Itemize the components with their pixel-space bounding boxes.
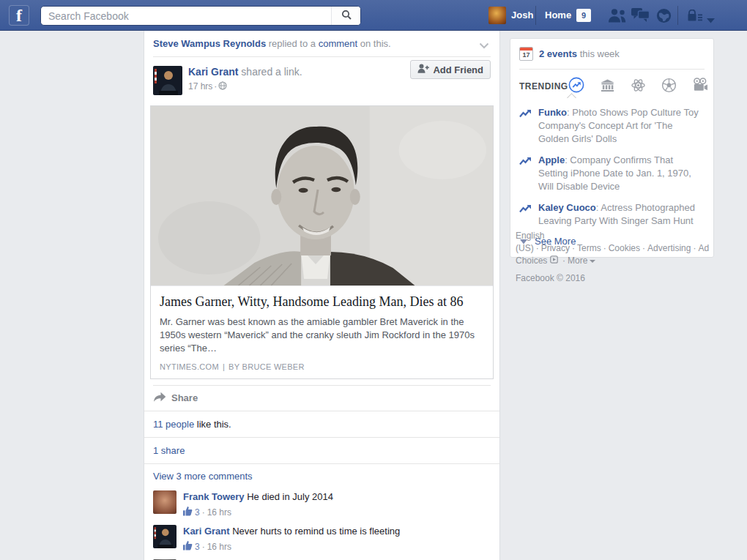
search-bar (40, 6, 361, 26)
home-link[interactable]: Home (545, 10, 571, 20)
trending-title: TRENDING (519, 81, 568, 92)
trending-arrow-icon (519, 154, 532, 193)
link-attachment[interactable]: James Garner, Witty, Handsome Leading Ma… (150, 105, 494, 379)
footer-link-more[interactable]: More (568, 255, 587, 266)
trending-arrow-icon (519, 106, 532, 146)
comment-avatar[interactable] (153, 525, 176, 548)
footer-separator: · (693, 243, 696, 253)
trending-topic-link[interactable]: Apple (538, 154, 565, 165)
add-friend-button[interactable]: Add Friend (410, 60, 491, 79)
events-rest: this week (577, 48, 620, 59)
privacy-shortcuts-icon[interactable] (687, 10, 702, 24)
trending-topic-link[interactable]: Kaley Cuoco (538, 202, 596, 213)
comment-like-count[interactable]: 3 (195, 541, 200, 553)
share-label: Share (171, 392, 198, 403)
comment-text: He died in July 2014 (247, 491, 333, 502)
article-source: NYTIMES.COM|BY BRUCE WEBER (160, 362, 484, 371)
profile-name-link[interactable]: Josh (511, 10, 533, 20)
meta-dot: · (202, 507, 205, 519)
trending-list: Funko: Photo Shows Pop Culture Toy Compa… (519, 106, 705, 228)
source-byline: BY BRUCE WEBER (228, 362, 305, 371)
calendar-icon: 17 (519, 47, 533, 61)
source-domain: NYTIMES.COM (160, 362, 219, 371)
comment-author-link[interactable]: Kari Grant (183, 526, 230, 537)
comment-timestamp[interactable]: 16 hrs (207, 541, 231, 553)
events-row: 17 2 events this week (519, 47, 705, 61)
comment-text: Never hurts to remind us time is fleetin… (232, 526, 400, 537)
post-action-text: shared a link. (238, 66, 302, 78)
like-thumb-icon[interactable] (183, 541, 193, 554)
footer-link-cookies[interactable]: Cookies (609, 243, 640, 253)
ad-choices-icon (550, 255, 560, 266)
likes-row: 11 people like this. (144, 411, 499, 437)
navbar-divider (535, 6, 536, 25)
account-menu-caret-icon[interactable] (707, 13, 715, 26)
top-navbar: f Josh Home 9 (0, 0, 747, 31)
trending-arrow-icon (519, 201, 532, 228)
likes-link[interactable]: 11 people (153, 419, 194, 430)
footer-link-terms[interactable]: Terms (577, 243, 601, 253)
share-button[interactable]: Share (153, 385, 491, 411)
story-comment-link[interactable]: comment (319, 38, 357, 49)
story-options-chevron-icon[interactable] (479, 40, 489, 51)
facebook-logo-icon[interactable]: f (9, 5, 29, 26)
page-footer: English (US)·Privacy·Terms·Cookies·Adver… (516, 230, 717, 285)
messages-icon[interactable] (631, 8, 650, 26)
comment-avatar[interactable] (153, 490, 176, 514)
timestamp-separator: · (214, 81, 217, 92)
friend-requests-icon[interactable] (608, 8, 627, 26)
footer-link-advertising[interactable]: Advertising (647, 243, 691, 253)
shares-row: 1 share (144, 437, 499, 463)
trending-category-politics-icon[interactable] (600, 78, 615, 96)
post-timestamp[interactable]: 17 hrs (188, 81, 212, 92)
footer-link-language[interactable]: English (US) (516, 231, 544, 253)
feed-column: Steve Wampus Reynolds replied to a comme… (144, 31, 500, 560)
right-sidebar-card: 17 2 events this week TRENDING (510, 38, 714, 258)
like-thumb-icon[interactable] (183, 507, 193, 520)
notifications-globe-icon[interactable] (656, 8, 672, 26)
article-photo (151, 106, 493, 285)
copyright-text: Facebook © 2016 (516, 272, 717, 285)
comment-like-count[interactable]: 3 (195, 507, 200, 519)
meta-dot: · (202, 541, 205, 553)
trending-topic-link[interactable]: Funko (538, 107, 567, 118)
footer-link-privacy[interactable]: Privacy (541, 243, 570, 253)
post-author-avatar[interactable] (153, 66, 182, 95)
add-friend-icon (417, 64, 429, 75)
trending-category-entertainment-icon[interactable] (692, 78, 708, 96)
trending-item[interactable]: Apple: Company Confirms That Setting iPh… (519, 154, 705, 193)
share-icon (153, 392, 166, 404)
comments-list: Frank Towery He died in July 2014 3 · 16… (144, 486, 499, 560)
source-separator: | (223, 362, 225, 371)
search-input[interactable] (41, 10, 331, 22)
search-button[interactable] (331, 6, 360, 26)
calendar-date: 17 (520, 51, 532, 60)
footer-links: English (US)·Privacy·Terms·Cookies·Adver… (516, 230, 717, 267)
comment-author-link[interactable]: Frank Towery (183, 491, 245, 502)
footer-separator: · (642, 243, 645, 253)
footer-separator: · (603, 243, 606, 253)
search-icon (341, 10, 352, 23)
trending-category-sports-icon[interactable] (661, 78, 677, 96)
post-author-link[interactable]: Kari Grant (188, 66, 238, 78)
events-link[interactable]: 2 events (539, 48, 577, 59)
privacy-globe-icon (218, 81, 227, 92)
likes-rest: like this. (194, 419, 231, 430)
profile-avatar[interactable] (488, 7, 506, 24)
attachment-text: James Garner, Witty, Handsome Leading Ma… (151, 285, 493, 378)
story-actor-link[interactable]: Steve Wampus Reynolds (153, 38, 266, 49)
article-title[interactable]: James Garner, Witty, Handsome Leading Ma… (160, 294, 484, 310)
trending-item[interactable]: Funko: Photo Shows Pop Culture Toy Compa… (519, 106, 705, 146)
trending-category-science-icon[interactable] (631, 78, 646, 96)
trending-header: TRENDING (519, 77, 705, 96)
facebook-page: f Josh Home 9 (0, 0, 747, 560)
comment-frank: Frank Towery He died in July 2014 3 · 16… (153, 490, 491, 520)
add-friend-label: Add Friend (433, 64, 483, 75)
view-more-comments-link[interactable]: View 3 more comments (144, 463, 499, 486)
footer-separator: · (562, 255, 565, 266)
trending-item[interactable]: Kaley Cuoco: Actress Photographed Leavin… (519, 201, 705, 228)
comment-timestamp[interactable]: 16 hrs (207, 507, 231, 519)
sidebar-divider (519, 69, 705, 70)
shares-link[interactable]: 1 share (153, 445, 185, 456)
comment-kari: Kari Grant Never hurts to remind us time… (153, 525, 491, 554)
